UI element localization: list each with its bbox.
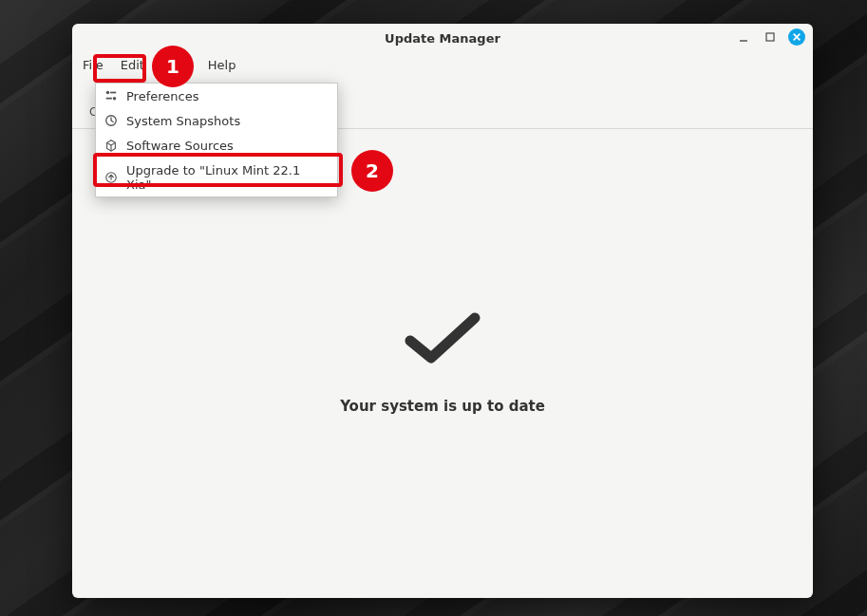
svg-point-6 — [113, 97, 117, 101]
close-button[interactable] — [788, 28, 805, 46]
svg-point-4 — [106, 91, 110, 95]
window-controls — [735, 28, 805, 46]
package-icon — [104, 138, 119, 153]
checkmark-icon — [403, 312, 482, 364]
menu-view[interactable]: View — [153, 55, 199, 75]
menu-item-upgrade[interactable]: Upgrade to "Linux Mint 22.1 Xia" — [96, 158, 337, 196]
content-area: Your system is up to date — [72, 129, 813, 598]
svg-rect-7 — [106, 98, 112, 100]
minimize-button[interactable] — [735, 28, 752, 46]
sliders-icon — [104, 88, 119, 103]
maximize-button[interactable] — [762, 28, 779, 46]
arrow-up-circle-icon — [104, 170, 119, 185]
status-text: Your system is up to date — [340, 398, 545, 415]
titlebar: Update Manager — [72, 24, 813, 52]
clock-icon — [104, 113, 119, 128]
menu-item-label: System Snapshots — [126, 114, 240, 128]
window-title: Update Manager — [385, 31, 500, 46]
menu-file[interactable]: File — [74, 55, 112, 75]
menu-item-label: Preferences — [126, 89, 198, 103]
edit-dropdown-menu: Preferences System Snapshots Software So… — [95, 83, 338, 197]
menubar: File Edit View Help — [72, 52, 813, 77]
menu-item-label: Software Sources — [126, 139, 234, 153]
menu-item-preferences[interactable]: Preferences — [96, 84, 337, 108]
menu-help[interactable]: Help — [199, 55, 245, 75]
svg-rect-5 — [110, 92, 116, 94]
menu-item-snapshots[interactable]: System Snapshots — [96, 108, 337, 133]
svg-rect-1 — [766, 33, 774, 41]
menu-item-sources[interactable]: Software Sources — [96, 133, 337, 158]
menu-item-label: Upgrade to "Linux Mint 22.1 Xia" — [126, 163, 328, 192]
menu-edit[interactable]: Edit — [112, 55, 153, 75]
